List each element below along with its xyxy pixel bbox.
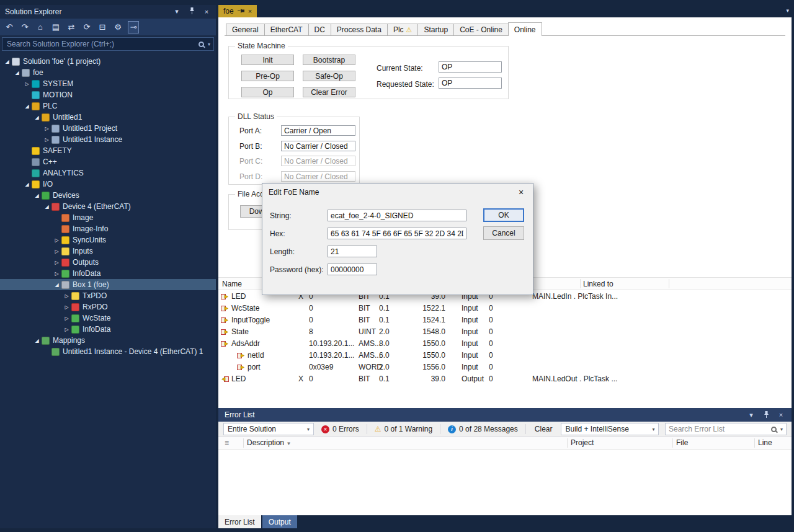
clear-button[interactable]: Clear [531, 425, 556, 433]
clear-error-button[interactable]: Clear Error [303, 87, 355, 97]
tab-plc[interactable]: Plc⚠ [387, 24, 419, 36]
messages-toggle[interactable]: i 0 of 28 Messages [445, 425, 520, 433]
tree-item-c[interactable]: C++ [0, 156, 216, 167]
tab-output[interactable]: Output [262, 515, 297, 528]
expander-expanded-icon[interactable]: ◢ [32, 193, 42, 198]
tab-process-data[interactable]: Process Data [331, 24, 388, 36]
expander-expanded-icon[interactable]: ◢ [52, 282, 61, 288]
tree-item-analytics[interactable]: ANALYTICS [0, 167, 216, 179]
tab-error-list[interactable]: Error List [218, 515, 261, 528]
tree-item-plc[interactable]: ◢PLC [0, 100, 216, 112]
tree-item-safety[interactable]: SAFETY [0, 145, 216, 156]
tree-item-untitled1-project[interactable]: ▷Untitled1 Project [0, 123, 216, 134]
pin-icon[interactable] [187, 7, 196, 16]
description-column-header[interactable]: Description ▼ [247, 437, 291, 450]
expander-collapsed-icon[interactable]: ▷ [62, 327, 71, 332]
tree-item-solution-foe-1-project[interactable]: ◢Solution 'foe' (1 project) [0, 56, 216, 67]
pre-op-button[interactable]: Pre-Op [241, 71, 294, 81]
requested-state-field[interactable] [439, 78, 502, 89]
tree-item-box-1-foe[interactable]: ◢Box 1 (foe) [0, 279, 216, 290]
expander-collapsed-icon[interactable]: ▷ [42, 126, 51, 131]
column-separator[interactable] [580, 279, 581, 288]
bootstrap-button[interactable]: Bootstrap [303, 55, 355, 65]
chevron-down-icon[interactable]: ▾ [172, 7, 181, 16]
cancel-button[interactable]: Cancel [483, 226, 524, 240]
tab-dc[interactable]: DC [308, 24, 331, 36]
linked-to-column-header[interactable]: Linked to [583, 278, 613, 290]
sync-with-active-icon[interactable]: ⇄ [66, 21, 77, 33]
warnings-toggle[interactable]: ⚠ 0 of 1 Warning [372, 425, 435, 433]
length-input[interactable] [328, 246, 377, 257]
expander-collapsed-icon[interactable]: ▷ [62, 316, 71, 321]
chevron-down-icon[interactable]: ▾ [208, 42, 210, 47]
tree-item-system[interactable]: ▷SYSTEM [0, 78, 216, 89]
tree-item-mappings[interactable]: ◢Mappings [0, 335, 216, 346]
op-button[interactable]: Op [241, 87, 294, 97]
expander-expanded-icon[interactable]: ◢ [2, 59, 12, 64]
tree-item-wcstate[interactable]: ▷WcState [0, 313, 216, 324]
close-icon[interactable]: × [515, 187, 527, 197]
variable-row-inputtoggle[interactable]: InputToggle0BIT0.11524.1Input0 [218, 314, 792, 326]
expander-collapsed-icon[interactable]: ▷ [52, 260, 61, 265]
tree-item-infodata[interactable]: ▷InfoData [0, 324, 216, 335]
project-column-header[interactable]: Project [571, 437, 594, 449]
expander-collapsed-icon[interactable]: ▷ [52, 249, 61, 254]
errors-toggle[interactable]: × 0 Errors [319, 425, 362, 433]
forward-icon[interactable]: ↷ [19, 21, 30, 33]
properties-icon[interactable]: ⚙ [112, 21, 123, 33]
switch-views-icon[interactable]: ▤ [50, 21, 61, 33]
port-status-field[interactable] [281, 171, 355, 182]
expander-expanded-icon[interactable]: ◢ [32, 115, 42, 120]
tab-coe-online[interactable]: CoE - Online [453, 24, 509, 36]
close-icon[interactable]: × [777, 411, 785, 419]
chevron-down-icon[interactable]: ▾ [747, 411, 756, 419]
expander-expanded-icon[interactable]: ◢ [22, 182, 32, 187]
tree-item-motion[interactable]: MOTION [0, 89, 216, 100]
column-separator[interactable] [567, 438, 568, 448]
back-icon[interactable]: ↶ [4, 21, 15, 33]
hex-input[interactable] [328, 228, 466, 239]
pin-icon[interactable] [762, 411, 770, 419]
expander-expanded-icon[interactable]: ◢ [12, 70, 22, 76]
column-separator[interactable] [672, 438, 673, 448]
variable-row-port[interactable]: port0x03e9WORD2.01556.0Input0 [218, 361, 792, 373]
tree-item-image-info[interactable]: Image-Info [0, 223, 216, 234]
close-icon[interactable]: × [202, 8, 211, 16]
tree-item-i-o[interactable]: ◢I/O [0, 179, 216, 190]
variable-row-netid[interactable]: netId10.193.20.1...AMS...6.01550.0Input0 [218, 350, 792, 361]
tree-item-image[interactable]: Image [0, 212, 216, 223]
expander-expanded-icon[interactable]: ◢ [22, 104, 32, 109]
line-column-header[interactable]: Line [758, 437, 772, 449]
tree-item-inputs[interactable]: ▷Inputs [0, 246, 216, 257]
init-button[interactable]: Init [241, 55, 294, 65]
build-filter-dropdown[interactable]: Build + IntelliSense ▾ [561, 423, 659, 435]
dialog-titlebar[interactable]: Edit FoE Name × [262, 184, 533, 200]
tree-item-infodata[interactable]: ▷InfoData [0, 268, 216, 279]
solution-search-box[interactable]: ▾ [2, 37, 214, 51]
doc-well-chevron-icon[interactable]: ▾ [786, 7, 789, 14]
variable-row-state[interactable]: State8UINT2.01548.0Input0 [218, 326, 792, 338]
tree-item-txpdo[interactable]: ▷TxPDO [0, 290, 216, 301]
string-input[interactable] [328, 210, 466, 221]
document-tab-foe[interactable]: foe × [218, 5, 257, 17]
chevron-down-icon[interactable]: ▾ [780, 427, 783, 432]
port-status-field[interactable] [281, 156, 355, 166]
home-icon[interactable]: ⌂ [35, 21, 46, 33]
expander-collapsed-icon[interactable]: ▷ [42, 137, 51, 143]
expander-expanded-icon[interactable]: ◢ [42, 204, 51, 210]
column-separator[interactable] [754, 438, 755, 448]
tree-item-rxpdo[interactable]: ▷RxPDO [0, 301, 216, 313]
tree-item-outputs[interactable]: ▷Outputs [0, 257, 216, 268]
expander-collapsed-icon[interactable]: ▷ [52, 271, 61, 277]
refresh-icon[interactable]: ⟳ [81, 21, 92, 33]
expander-collapsed-icon[interactable]: ▷ [22, 81, 32, 87]
variable-row-wcstate[interactable]: WcState0BIT0.11522.1Input0 [218, 303, 792, 314]
scope-filter-dropdown[interactable]: Entire Solution ▾ [223, 423, 314, 435]
collapse-all-icon[interactable]: ⊟ [97, 21, 108, 33]
file-column-header[interactable]: File [676, 437, 688, 449]
variable-row-led[interactable]: LEDX0BIT0.139.0Output0MAIN.LedOut . PlcT… [218, 373, 792, 385]
variable-row-adsaddr[interactable]: AdsAddr10.193.20.1...AMS...8.01550.0Inpu… [218, 338, 792, 350]
column-separator[interactable] [243, 438, 244, 448]
expander-collapsed-icon[interactable]: ▷ [62, 304, 71, 310]
solution-search-input[interactable] [7, 40, 196, 48]
